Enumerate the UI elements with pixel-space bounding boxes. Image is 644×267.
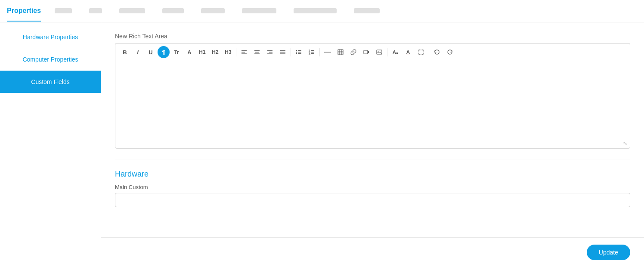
nav-tab-5[interactable]	[198, 2, 228, 21]
sidebar-item-computer-properties[interactable]: Computer Properties	[0, 48, 101, 71]
nav-tab-3[interactable]	[116, 2, 149, 21]
svg-point-12	[296, 50, 297, 51]
toolbar-hr[interactable]: —	[322, 46, 334, 58]
bottom-bar: Update	[101, 237, 644, 267]
nav-tab-6[interactable]	[238, 2, 280, 21]
toolbar-align-left[interactable]	[238, 46, 250, 58]
sidebar-item-custom-fields[interactable]: Custom Fields	[0, 71, 101, 93]
toolbar-sep-2	[291, 48, 291, 56]
nav-tab-1[interactable]	[51, 2, 75, 21]
section-divider	[115, 159, 630, 159]
svg-point-14	[296, 52, 297, 53]
nav-tab-4[interactable]	[159, 2, 187, 21]
toolbar-sep-4	[387, 48, 387, 56]
rich-text-editor: B I U ¶ Tr A H1 H2 H3	[115, 43, 630, 149]
toolbar-underline[interactable]: U	[145, 46, 157, 58]
toolbar-paragraph[interactable]: ¶	[158, 46, 170, 58]
toolbar-sep-3	[319, 48, 320, 56]
main-custom-label: Main Custom	[115, 184, 630, 190]
toolbar-bullet-list[interactable]	[293, 46, 305, 58]
toolbar-font[interactable]: A	[183, 46, 195, 58]
update-button[interactable]: Update	[587, 245, 630, 260]
toolbar-link[interactable]	[347, 46, 359, 58]
toolbar-redo[interactable]	[444, 46, 456, 58]
toolbar-font-size[interactable]: Aₐ	[389, 46, 401, 58]
main-layout: Hardware Properties Computer Properties …	[0, 22, 644, 267]
toolbar-sep-1	[236, 48, 236, 56]
top-nav: Properties	[0, 0, 644, 22]
hardware-section-title: Hardware	[115, 170, 630, 179]
nav-title[interactable]: Properties	[7, 1, 41, 22]
toolbar-fullscreen[interactable]	[415, 46, 427, 58]
toolbar-text-color[interactable]: A	[402, 46, 414, 58]
toolbar-undo[interactable]	[431, 46, 443, 58]
toolbar-align-right[interactable]	[264, 46, 276, 58]
content-area: New Rich Text Area B I U ¶ Tr A H1 H2 H3	[101, 22, 644, 237]
sidebar: Hardware Properties Computer Properties …	[0, 22, 101, 267]
toolbar-h3[interactable]: H3	[222, 46, 234, 58]
toolbar-align-center[interactable]	[251, 46, 263, 58]
nav-tab-7[interactable]	[290, 2, 340, 21]
editor-resize-handle: ⤡	[115, 139, 630, 148]
sidebar-item-hardware-properties[interactable]: Hardware Properties	[0, 26, 101, 48]
toolbar-bold[interactable]: B	[119, 46, 131, 58]
toolbar-image[interactable]	[373, 46, 385, 58]
rich-text-label: New Rich Text Area	[115, 33, 630, 40]
resize-icon: ⤡	[623, 140, 627, 146]
toolbar-justify[interactable]	[277, 46, 289, 58]
toolbar-ordered-list[interactable]: 1.2.3.	[306, 46, 318, 58]
toolbar-italic[interactable]: I	[132, 46, 144, 58]
svg-rect-29	[364, 50, 368, 54]
toolbar-table[interactable]	[334, 46, 347, 58]
toolbar-h2[interactable]: H2	[209, 46, 221, 58]
toolbar-sep-5	[429, 48, 429, 56]
svg-text:3.: 3.	[309, 53, 311, 55]
content-wrapper: New Rich Text Area B I U ¶ Tr A H1 H2 H3	[101, 22, 644, 267]
main-custom-input[interactable]	[115, 193, 630, 207]
editor-body[interactable]	[115, 61, 630, 139]
nav-tab-2[interactable]	[86, 2, 105, 21]
hardware-section: Hardware Main Custom	[115, 170, 630, 207]
toolbar-strikethrough[interactable]: Tr	[170, 46, 183, 58]
svg-rect-24	[338, 50, 343, 55]
toolbar-h1[interactable]: H1	[196, 46, 208, 58]
nav-tab-8[interactable]	[350, 2, 383, 21]
editor-toolbar: B I U ¶ Tr A H1 H2 H3	[115, 43, 630, 61]
toolbar-video[interactable]	[360, 46, 372, 58]
svg-point-16	[296, 53, 297, 54]
